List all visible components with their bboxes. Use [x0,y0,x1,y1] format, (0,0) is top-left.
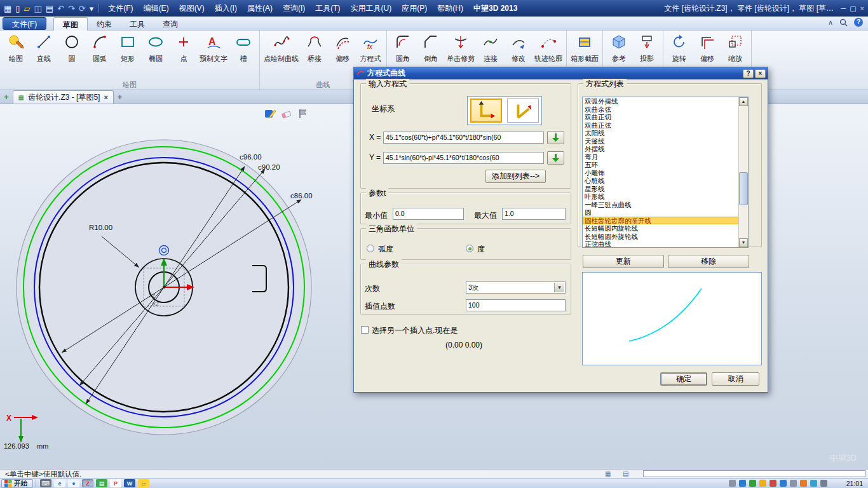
tray-icon-2[interactable] [739,480,746,487]
dim-label-c90[interactable]: c90.20 [258,163,280,171]
clock[interactable]: 21:01 [846,480,863,487]
radian-radio[interactable] [367,245,374,252]
equation-list-item[interactable]: 星形线 [583,185,748,193]
ribbon-button-修改[interactable]: 修改 [505,32,532,64]
equation-list-item[interactable]: 外摆线 [583,145,748,153]
dropdown-arrow-icon[interactable]: ▼ [554,283,564,292]
taskbar-app-folder[interactable]: ▱ [138,479,149,487]
ribbon-tab-草图[interactable]: 草图 [53,17,88,32]
open-folder-icon[interactable]: ▱ [24,4,30,13]
restore-icon[interactable]: ▢ [850,4,856,13]
equation-list-item[interactable]: 双曲正弦 [583,121,748,130]
dialog-help-button[interactable]: ? [743,69,754,78]
menu-item-3[interactable]: 插入(I) [215,3,237,14]
help-icon[interactable]: ? [854,18,863,27]
tab-close-icon[interactable]: × [104,93,107,101]
x-equation-expand-button[interactable] [547,131,564,144]
tray-icon-10[interactable] [820,480,827,487]
max-value-input[interactable]: 1.0 [502,208,566,220]
ribbon-button-点[interactable]: 点 [170,32,198,64]
dialog-close-button[interactable]: × [755,69,766,78]
taskbar-app-media-player[interactable]: ● [68,479,79,487]
ribbon-button-旋转[interactable]: 旋转 [665,32,693,64]
add-to-list-button[interactable]: 添加到列表--> [485,170,546,183]
menu-item-1[interactable]: 编辑(E) [144,3,169,14]
ribbon-button-圆[interactable]: 圆 [58,32,86,64]
undo-icon[interactable]: ↶ [57,4,64,13]
remove-button[interactable]: 移除 [668,255,749,268]
scroll-thumb[interactable] [739,172,748,205]
menu-item-6[interactable]: 工具(T) [315,3,340,14]
tray-icon-7[interactable] [790,480,797,487]
ribbon-tab-约束[interactable]: 约束 [88,17,121,32]
close-icon[interactable]: × [860,4,864,12]
equation-list-item[interactable]: 正弦曲线 [583,240,748,248]
points-input[interactable]: 100 [466,299,566,311]
eraser-icon[interactable] [281,108,292,119]
equation-list-item[interactable]: 双弧外摆线 [583,97,748,105]
taskbar-app-zw3d[interactable]: Z [82,479,93,487]
taskbar-app-word[interactable]: W [124,479,135,487]
toolbar-dropdown-icon[interactable]: ▾ [90,4,94,13]
command-input[interactable] [643,470,865,477]
taskbar-app-pdf-reader[interactable]: P [110,479,121,487]
ribbon-button-矩形[interactable]: 矩形 [114,32,142,64]
equation-list-item[interactable]: 一峰三驻点曲线 [583,201,748,209]
list-view-icon[interactable]: ▤ [623,470,628,477]
x-equation-input[interactable]: 45.1*cos(60*t)+pi*45.1*60*t/180*sin(60 [383,132,544,144]
dim-label-c86[interactable]: c86.00 [290,192,313,200]
refresh-icon[interactable]: ⟳ [79,4,86,13]
ribbon-button-槽[interactable]: 槽 [229,32,257,64]
pin-tab-icon[interactable]: + [0,92,13,102]
scroll-down-icon[interactable]: ▼ [739,238,748,247]
ribbon-button-轨迹轮廓[interactable]: 轨迹轮廓 [532,32,564,64]
save-icon[interactable]: ◫ [34,4,41,13]
tray-icon-6[interactable] [780,480,787,487]
file-menu-button[interactable]: 文件(F) [3,17,46,30]
ok-button[interactable]: 确定 [660,372,707,386]
equation-list-item[interactable]: 长短幅圆外旋轮线 [583,233,748,241]
equation-list-item[interactable]: 双曲余弦 [583,105,748,114]
equation-list-item[interactable]: 圆 [583,208,748,217]
equation-list-item[interactable]: 天篷线 [583,137,748,146]
app-menu-icon[interactable]: ▦ [4,4,11,13]
print-icon[interactable]: ▤ [46,4,53,13]
ribbon-button-连接[interactable]: 连接 [477,32,505,64]
equation-list-item[interactable]: 太阳线 [583,129,748,137]
ribbon-button-倒角[interactable]: 倒角 [417,32,445,64]
tray-icon-1[interactable] [729,480,736,487]
equation-list-item[interactable]: 心脏线 [583,177,748,185]
ribbon-button-箱形截面[interactable]: 箱形截面 [569,32,600,64]
ribbon-button-偏移[interactable]: 偏移 [329,32,356,64]
ribbon-tab-工具[interactable]: 工具 [121,17,154,32]
ribbon-button-缩放[interactable]: 缩放 [721,32,749,64]
open-documents-label[interactable]: 文件 [齿轮设计.Z3]， 零件 [齿轮设计]， 草图 [草… [664,0,834,17]
dialog-titlebar[interactable]: 方程式曲线 ? × [354,67,768,79]
menu-item-2[interactable]: 视图(V) [179,3,205,14]
annotate-icon[interactable] [264,108,276,119]
new-tab-icon[interactable]: + [114,92,126,102]
insert-point-checkbox[interactable] [361,326,369,334]
menu-item-4[interactable]: 属性(A) [247,3,273,14]
redo-icon[interactable]: ↷ [68,4,75,13]
ribbon-tab-查询[interactable]: 查询 [154,17,187,32]
taskbar-app-internet-explorer[interactable]: e [54,479,65,487]
cancel-button[interactable]: 取消 [712,372,759,386]
order-dropdown[interactable]: 3次 ▼ [466,281,566,294]
start-button[interactable]: 开始 [1,479,33,488]
ribbon-button-直线[interactable]: 直线 [30,32,58,64]
equation-list-item[interactable]: 圆柱齿轮齿廓的渐开线 [583,217,748,225]
taskbar-app-notes[interactable]: ▤ [96,479,107,487]
ribbon-button-圆角[interactable]: 圆角 [389,32,417,64]
document-tab[interactable]: ▦ 齿轮设计.Z3 - [草图5] × [13,90,114,104]
tray-icon-5[interactable] [770,480,776,487]
polar-coord-button[interactable] [507,98,539,123]
degree-radio[interactable] [466,245,473,252]
tray-icon-8[interactable] [800,480,807,487]
cartesian-coord-button[interactable] [470,98,502,123]
ribbon-button-椭圆[interactable]: 椭圆 [142,32,170,64]
y-equation-expand-button[interactable] [547,151,564,165]
search-icon[interactable] [839,18,848,27]
equation-list-item[interactable]: 叶形线 [583,193,748,201]
ribbon-button-方程式[interactable]: fx方程式 [356,32,384,64]
